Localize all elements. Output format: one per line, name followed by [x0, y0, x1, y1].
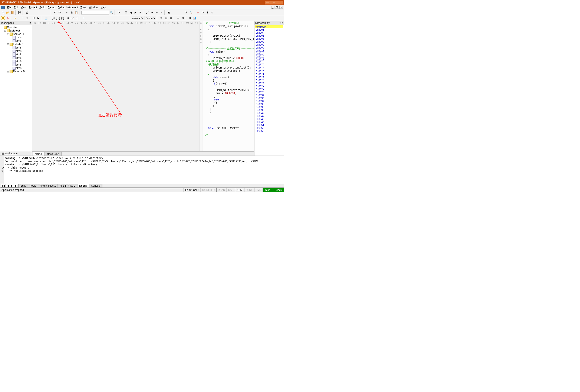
- mdi-minimize[interactable]: _: [271, 6, 275, 9]
- output-tab[interactable]: Console: [89, 184, 102, 188]
- open-file-icon[interactable]: 📂: [5, 10, 10, 15]
- bookmark-toggle-icon[interactable]: ☑: [124, 10, 128, 15]
- menu-help[interactable]: Help: [99, 5, 107, 9]
- disasm-row[interactable]: 0x6047: [255, 115, 283, 118]
- tree-node[interactable]: stm8: [1, 49, 31, 53]
- output-tab-next-icon[interactable]: ▶: [10, 184, 14, 188]
- disasm-row[interactable]: 0x604d: [255, 121, 283, 124]
- step-asm-over-icon[interactable]: ⟨→⟩: [70, 16, 74, 20]
- workspace-close-icon[interactable]: ×: [29, 21, 31, 24]
- build-all-icon[interactable]: ⚙: [205, 10, 210, 15]
- window-icon[interactable]: ▣: [166, 10, 171, 15]
- disasm-row[interactable]: 0x600e: [255, 46, 283, 49]
- disasm-row[interactable]: 0x6001: [255, 28, 283, 31]
- disasm-row[interactable]: 0x601f: [255, 67, 283, 70]
- find-icon[interactable]: 🔍: [110, 10, 114, 15]
- open-workspace-icon[interactable]: 📔: [10, 10, 14, 15]
- build-icon[interactable]: 🔨: [189, 10, 193, 15]
- run-to-cursor-icon[interactable]: →|: [75, 16, 79, 20]
- brush-icon[interactable]: 🖌: [145, 10, 149, 15]
- compile-icon[interactable]: ⚒: [184, 10, 188, 15]
- stop-build-icon[interactable]: ⊘: [210, 10, 214, 15]
- new-file-icon[interactable]: 📄: [1, 10, 5, 15]
- clean-icon[interactable]: ⟳: [201, 10, 205, 15]
- config-select[interactable]: Debug: [145, 16, 156, 20]
- maximize-button[interactable]: ▭: [271, 1, 277, 4]
- tree-node[interactable]: stm8: [1, 39, 31, 43]
- output-tab[interactable]: Find in Files 1: [38, 184, 58, 188]
- menu-file[interactable]: File: [6, 5, 12, 9]
- output-tab-first-icon[interactable]: |◀: [1, 184, 6, 188]
- debug-stop-icon[interactable]: ⊗: [5, 16, 10, 20]
- doc-icon[interactable]: 📄: [44, 16, 48, 20]
- disasm-row[interactable]: 0x602f: [255, 91, 283, 94]
- disasm-row[interactable]: 0x602e: [255, 88, 283, 91]
- tree-node[interactable]: Gpio.stw: [1, 25, 31, 29]
- registers-icon[interactable]: ▦: [169, 16, 173, 20]
- disasm-row[interactable]: 0x600a: [255, 40, 283, 43]
- undo-icon[interactable]: ↶: [53, 10, 57, 15]
- status-stop[interactable]: Stop: [263, 188, 273, 192]
- disasm-row[interactable]: 0x603d: [255, 106, 283, 109]
- paste-icon[interactable]: 📋: [74, 10, 78, 15]
- menu-debug[interactable]: Debug: [46, 5, 56, 9]
- output-tab[interactable]: Find in Files 2: [58, 184, 78, 188]
- code-editor[interactable]: 16 17 18 19 20 21 22 23 24 25 26 27 28 2…: [32, 21, 254, 151]
- trace-icon[interactable]: 📊: [192, 16, 197, 20]
- tree-node[interactable]: stm8: [1, 46, 31, 49]
- step-into-icon[interactable]: {↓}: [51, 16, 55, 20]
- disasm-row[interactable]: 0x601b: [255, 61, 283, 64]
- disasm-row[interactable]: 0x601d: [255, 64, 283, 67]
- mdi-restore[interactable]: ❐: [275, 6, 279, 9]
- tool-icon[interactable]: ⚙: [117, 10, 121, 15]
- workspace-tab[interactable]: ▦ Workspace: [0, 151, 32, 156]
- bookmark-clear-icon[interactable]: ✖: [138, 10, 142, 15]
- project-select[interactable]: gpiotest: [131, 16, 144, 20]
- tree-node[interactable]: ⊞External D: [1, 70, 31, 73]
- disasm-row[interactable]: 0x6028: [255, 82, 283, 85]
- disasm-row[interactable]: ⇨0x6000: [255, 25, 283, 28]
- tree-node[interactable]: ⊟gpiotest: [1, 29, 31, 32]
- tree-node[interactable]: main: [1, 36, 31, 39]
- disasm-row[interactable]: 0x603b: [255, 103, 283, 106]
- menu-window[interactable]: Window: [88, 5, 99, 9]
- disasm-row[interactable]: 0x600c: [255, 43, 283, 46]
- output-tab-last-icon[interactable]: ▶|: [14, 184, 18, 188]
- disasm-row[interactable]: 0x6014: [255, 52, 283, 55]
- bookmark-prev-icon[interactable]: ◀: [129, 10, 133, 15]
- peripherals-icon[interactable]: ⊞: [180, 16, 185, 20]
- editor-tab[interactable]: main.c: [33, 152, 44, 156]
- disasm-row[interactable]: 0x6011: [255, 49, 283, 52]
- step-out-icon[interactable]: {↑}: [60, 16, 65, 20]
- tree-node[interactable]: stm8: [1, 60, 31, 63]
- disasm-row[interactable]: 0x6039: [255, 100, 283, 103]
- fold-column[interactable]: ⊟ | ⊢ ⊟ ⊢ ⊟ ⊟: [199, 21, 202, 151]
- disasm-icon[interactable]: D: [188, 16, 192, 20]
- disasm-row[interactable]: 0x6049: [255, 118, 283, 121]
- breakpoint-list-icon[interactable]: ⎕: [25, 16, 29, 20]
- disasm-row[interactable]: 0x603f: [255, 109, 283, 112]
- cut-icon[interactable]: ✂: [65, 10, 69, 15]
- tree-node[interactable]: stm8: [1, 66, 31, 70]
- workspace-tree[interactable]: Gpio.stw⊟gpiotest⊟Source Fimainstm8⊟Incl…: [0, 25, 32, 151]
- outdent-icon[interactable]: ⇤: [154, 10, 159, 15]
- close-button[interactable]: ✕: [277, 1, 283, 4]
- tree-node[interactable]: stm8: [1, 53, 31, 56]
- output-text[interactable]: Warning: h:\STM8S\02\Software\123\inc: N…: [4, 156, 284, 184]
- continue-icon[interactable]: ▶|: [37, 16, 41, 20]
- find-input[interactable]: [81, 11, 109, 14]
- print-icon[interactable]: 🖨: [25, 10, 29, 15]
- indent-icon[interactable]: ⇥: [150, 10, 154, 15]
- restart-icon[interactable]: ⟲: [32, 16, 36, 20]
- disasm-row[interactable]: 0x6004: [255, 31, 283, 34]
- tree-node[interactable]: stm8: [1, 63, 31, 66]
- disasm-row[interactable]: 0x6008: [255, 37, 283, 40]
- step-asm-into-icon[interactable]: ⟨↓⟩: [65, 16, 69, 20]
- disasm-row[interactable]: 0x6032: [255, 94, 283, 97]
- comment-icon[interactable]: ≡: [159, 10, 163, 15]
- save-icon[interactable]: 💾: [17, 10, 22, 15]
- minimize-button[interactable]: —: [265, 1, 271, 4]
- disasm-row[interactable]: 0x6006: [255, 34, 283, 37]
- debug-start-icon[interactable]: D: [1, 16, 5, 20]
- rebuild-icon[interactable]: ≢: [196, 10, 200, 15]
